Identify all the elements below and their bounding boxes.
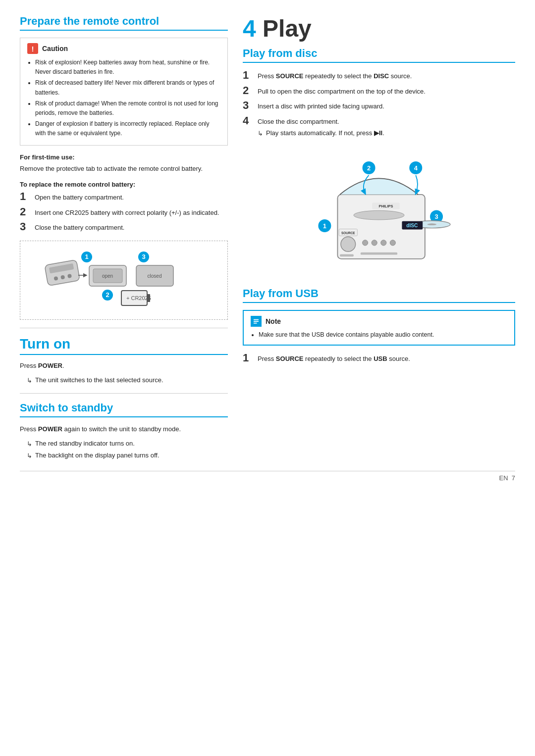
replace-step-2: 2 Insert one CR2025 battery with correct… xyxy=(20,206,228,218)
step-content-3: Close the battery compartment. xyxy=(35,221,228,233)
svg-point-40 xyxy=(372,240,377,245)
arrow-symbol: ↳ xyxy=(27,376,32,386)
svg-rect-45 xyxy=(254,319,259,320)
play-disc-title: Play from disc xyxy=(243,47,515,63)
svg-text:SOURCE: SOURCE xyxy=(341,231,355,234)
standby-power: POWER xyxy=(38,425,62,433)
play-usb-title: Play from USB xyxy=(243,287,515,303)
chapter-title-text: Play xyxy=(263,15,312,42)
disc-step-4: 4 Close the disc compartment. ↳ Play sta… xyxy=(243,115,515,139)
prepare-title: Prepare the remote control xyxy=(20,15,228,31)
disc-step-num-3: 3 xyxy=(243,100,253,111)
caution-icon: ! xyxy=(27,43,38,54)
play-disc-steps: 1 Press SOURCE repeatedly to select the … xyxy=(243,70,515,139)
replace-heading: To replace the remote control battery: xyxy=(20,181,228,188)
caution-list: Risk of explosion! Keep batteries away f… xyxy=(27,58,220,139)
caution-box: ! Caution Risk of explosion! Keep batter… xyxy=(20,38,228,146)
first-time-heading: For first-time use: xyxy=(20,153,228,161)
device-diagram-svg: 2 4 3 1 SOURCE xyxy=(295,149,463,277)
disc-step-4-arrow: ↳ Play starts automatically. If not, pre… xyxy=(258,128,515,139)
disc-step-1: 1 Press SOURCE repeatedly to select the … xyxy=(243,70,515,81)
standby-text: Press POWER again to switch the unit to … xyxy=(20,424,228,435)
svg-point-41 xyxy=(381,240,386,245)
step-content-1: Open the battery compartment. xyxy=(35,191,228,202)
svg-text:4: 4 xyxy=(414,164,418,171)
play-usb-steps: 1 Press SOURCE repeatedly to select the … xyxy=(243,353,515,364)
disc-step-num-2: 2 xyxy=(243,85,253,96)
svg-text:3: 3 xyxy=(142,253,145,260)
standby-arrow2-text: The backlight on the display panel turns… xyxy=(35,451,160,460)
turn-on-text: Press POWER. xyxy=(20,361,228,371)
disc-step-content-3: Insert a disc with printed side facing u… xyxy=(258,100,515,111)
step-num-3: 3 xyxy=(20,221,30,232)
svg-point-39 xyxy=(363,240,368,245)
svg-text:1: 1 xyxy=(85,253,88,260)
arrow-sym-2: ↳ xyxy=(27,451,32,461)
arrow-sym-1: ↳ xyxy=(27,439,32,449)
first-time-text: Remove the protective tab to activate th… xyxy=(20,164,228,174)
standby-arrow2: ↳ The backlight on the display panel tur… xyxy=(27,451,228,461)
standby-text-1: Press xyxy=(20,425,38,433)
disc-bold: DISC xyxy=(374,72,389,80)
replace-steps-list: 1 Open the battery compartment. 2 Insert… xyxy=(20,191,228,233)
caution-label: Caution xyxy=(42,45,68,52)
usb-step-content-1: Press SOURCE repeatedly to select the US… xyxy=(258,353,515,364)
caution-header: ! Caution xyxy=(27,43,220,54)
right-column: 4 Play Play from disc 1 Press SOURCE rep… xyxy=(243,15,515,461)
step-num-2: 2 xyxy=(20,206,30,217)
standby-text-2: again to switch the unit to standby mode… xyxy=(62,425,181,433)
turn-on-press: Press xyxy=(20,362,38,369)
replace-step-3: 3 Close the battery compartment. xyxy=(20,221,228,233)
svg-text:2: 2 xyxy=(106,291,109,299)
usb-bold: USB xyxy=(374,355,387,362)
note-header: Note xyxy=(251,316,507,327)
caution-item: Danger of explosion if battery is incorr… xyxy=(35,119,220,138)
disc-step-num-1: 1 xyxy=(243,70,253,81)
svg-text:2: 2 xyxy=(367,164,371,171)
caution-item: Risk of product damage! When the remote … xyxy=(35,99,220,118)
play-pause-symbol: ▶II xyxy=(374,129,382,137)
svg-text:1: 1 xyxy=(323,222,326,229)
page-footer: EN 7 xyxy=(20,471,515,482)
chapter-num: 4 xyxy=(243,15,256,42)
svg-rect-44 xyxy=(340,254,354,256)
svg-text:+ CR2025: + CR2025 xyxy=(126,295,151,301)
svg-text:closed: closed xyxy=(148,273,162,279)
note-lines-icon xyxy=(253,318,260,325)
svg-text:3: 3 xyxy=(434,213,438,220)
battery-diagram: 1 open 3 closed 2 + CR2025 xyxy=(20,241,228,320)
chapter-heading: 4 Play xyxy=(243,15,515,42)
divider-1 xyxy=(20,328,228,328)
svg-rect-46 xyxy=(254,321,259,322)
svg-point-29 xyxy=(354,210,404,220)
note-list: Make sure that the USB device contains p… xyxy=(251,330,507,340)
source-bold-usb: SOURCE xyxy=(276,355,304,362)
note-icon xyxy=(251,316,262,327)
caution-item: Risk of decreased battery life! Never mi… xyxy=(35,78,220,97)
step-content-2: Insert one CR2025 battery with correct p… xyxy=(35,206,228,218)
standby-arrow1-text: The red standby indicator turns on. xyxy=(35,439,135,449)
turn-on-power: POWER xyxy=(38,362,62,369)
footer-page: 7 xyxy=(512,474,515,482)
svg-rect-47 xyxy=(254,322,257,323)
device-diagram: 2 4 3 1 SOURCE xyxy=(243,149,515,277)
turn-on-title: Turn on xyxy=(20,336,228,355)
disc-step-2: 2 Pull to open the disc compartment on t… xyxy=(243,85,515,97)
standby-title: Switch to standby xyxy=(20,402,228,417)
disc-step-content-4: Close the disc compartment. ↳ Play start… xyxy=(258,115,515,139)
divider-2 xyxy=(20,393,228,394)
turn-on-arrow: ↳ The unit switches to the last selected… xyxy=(27,375,228,386)
step-num-1: 1 xyxy=(20,191,30,202)
svg-rect-43 xyxy=(361,252,397,254)
disc-step-3: 3 Insert a disc with printed side facing… xyxy=(243,100,515,111)
usb-step-num-1: 1 xyxy=(243,353,253,363)
replace-step-1: 1 Open the battery compartment. xyxy=(20,191,228,202)
svg-text:dISC: dISC xyxy=(406,222,418,228)
svg-point-34 xyxy=(341,237,356,252)
note-item-1: Make sure that the USB device contains p… xyxy=(259,330,507,340)
svg-point-31 xyxy=(428,223,437,225)
caution-item: Risk of explosion! Keep batteries away f… xyxy=(35,58,220,77)
turn-on-arrow-text: The unit switches to the last selected s… xyxy=(35,375,163,385)
note-label: Note xyxy=(266,316,281,327)
disc-step-content-2: Pull to open the disc compartment on the… xyxy=(258,85,515,97)
